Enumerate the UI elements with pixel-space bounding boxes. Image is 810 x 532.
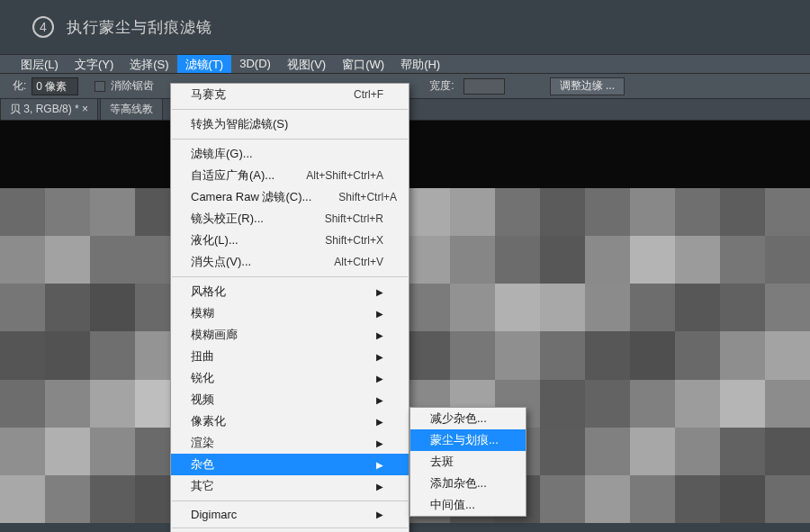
menu-item[interactable]: Camera Raw 滤镜(C)...Shift+Ctrl+A xyxy=(171,186,409,208)
width-label: 宽度: xyxy=(429,78,454,94)
submenu-arrow-icon: ▶ xyxy=(360,352,383,362)
submenu-arrow-icon: ▶ xyxy=(360,482,383,491)
menu-item[interactable]: 去斑 xyxy=(410,451,526,473)
menubar-item[interactable]: 窗口(W) xyxy=(334,55,392,73)
menu-item[interactable]: Digimarc▶ xyxy=(171,505,409,524)
noise-submenu: 减少杂色...蒙尘与划痕...去斑添加杂色...中间值... xyxy=(410,407,526,517)
menu-separator xyxy=(172,139,408,140)
menubar-item[interactable]: 文字(Y) xyxy=(67,55,122,73)
width-input[interactable] xyxy=(464,78,505,95)
menu-separator xyxy=(172,276,408,277)
menu-item[interactable]: 添加杂色... xyxy=(410,473,526,494)
menu-item[interactable]: 转换为智能滤镜(S) xyxy=(171,113,409,135)
menu-item[interactable]: 中间值... xyxy=(410,494,526,516)
menu-separator xyxy=(172,109,408,110)
submenu-arrow-icon: ▶ xyxy=(360,287,383,297)
menu-item[interactable]: 杂色▶ xyxy=(171,454,409,475)
menu-item[interactable]: 模糊画廊▶ xyxy=(171,324,409,346)
step-title: 执行蒙尘与刮痕滤镜 xyxy=(67,17,212,38)
menu-item[interactable]: 像素化▶ xyxy=(171,410,409,432)
document-tab[interactable]: 等高线教 xyxy=(100,98,163,120)
menu-item[interactable]: 液化(L)...Shift+Ctrl+X xyxy=(171,230,409,251)
submenu-arrow-icon: ▶ xyxy=(360,460,383,470)
menu-separator xyxy=(172,500,408,501)
menu-separator xyxy=(172,527,408,528)
menu-item[interactable]: 扭曲▶ xyxy=(171,346,409,367)
submenu-arrow-icon: ▶ xyxy=(360,438,383,448)
submenu-arrow-icon: ▶ xyxy=(360,509,383,519)
menu-item[interactable]: 渲染▶ xyxy=(171,432,409,454)
document-tab[interactable]: 贝 3, RGB/8) * × xyxy=(0,98,98,120)
menubar-item[interactable]: 选择(S) xyxy=(122,55,176,73)
feather-input[interactable]: 0 像素 xyxy=(32,77,78,95)
menu-item[interactable]: 减少杂色... xyxy=(410,408,526,429)
feather-label: 化: xyxy=(13,78,26,94)
menubar-item[interactable]: 3D(D) xyxy=(231,55,279,73)
menubar-item[interactable]: 滤镜(T) xyxy=(177,55,232,73)
menu-item[interactable]: 锐化▶ xyxy=(171,367,409,389)
menubar-item[interactable]: 视图(V) xyxy=(279,55,334,73)
antialias-label: 消除锯齿 xyxy=(111,78,154,94)
step-number-badge: 4 xyxy=(32,16,54,38)
submenu-arrow-icon: ▶ xyxy=(360,374,383,383)
menu-item[interactable]: 其它▶ xyxy=(171,475,409,497)
menu-item[interactable]: 自适应广角(A)...Alt+Shift+Ctrl+A xyxy=(171,165,409,186)
menu-item[interactable]: 滤镜库(G)... xyxy=(171,143,409,165)
menu-item[interactable]: 消失点(V)...Alt+Ctrl+V xyxy=(171,251,409,273)
submenu-arrow-icon: ▶ xyxy=(360,395,383,405)
menu-item[interactable]: 蒙尘与划痕... xyxy=(410,429,526,451)
menu-item[interactable]: 镜头校正(R)...Shift+Ctrl+R xyxy=(171,208,409,230)
submenu-arrow-icon: ▶ xyxy=(360,309,383,319)
menubar: 图层(L)文字(Y)选择(S)滤镜(T)3D(D)视图(V)窗口(W)帮助(H) xyxy=(0,54,810,74)
antialias-checkbox[interactable] xyxy=(94,81,105,92)
menubar-item[interactable]: 图层(L) xyxy=(13,55,67,73)
menu-item[interactable]: 风格化▶ xyxy=(171,281,409,302)
refine-edge-button[interactable]: 调整边缘 ... xyxy=(550,77,625,95)
menu-item[interactable]: 模糊▶ xyxy=(171,302,409,324)
menu-item[interactable]: 视频▶ xyxy=(171,389,409,410)
filter-menu: 马赛克Ctrl+F转换为智能滤镜(S)滤镜库(G)...自适应广角(A)...A… xyxy=(170,83,410,532)
menubar-item[interactable]: 帮助(H) xyxy=(392,55,448,73)
menu-item[interactable]: 马赛克Ctrl+F xyxy=(171,84,409,105)
submenu-arrow-icon: ▶ xyxy=(360,330,383,340)
step-header: 4 执行蒙尘与刮痕滤镜 xyxy=(0,0,810,54)
submenu-arrow-icon: ▶ xyxy=(360,417,383,427)
